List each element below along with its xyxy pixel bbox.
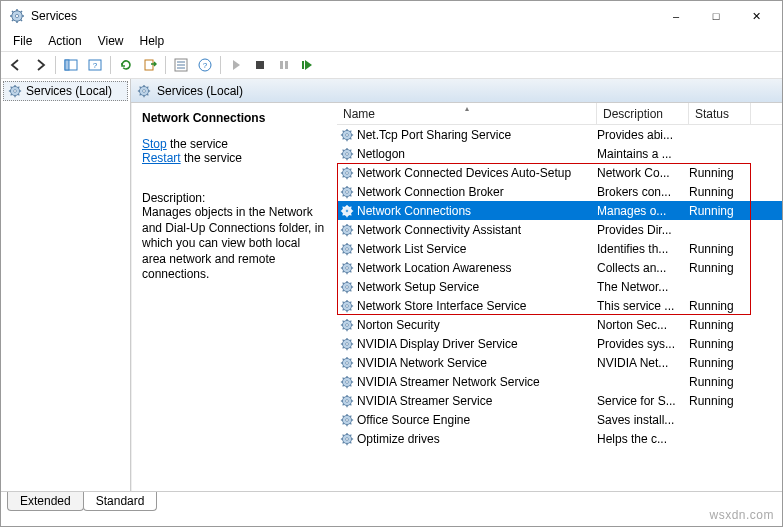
menu-help[interactable]: Help [132,32,173,50]
properties-button[interactable] [170,54,192,76]
table-row[interactable]: NVIDIA Streamer ServiceService for S...R… [337,391,782,410]
selected-service-name: Network Connections [142,111,327,125]
service-icon [340,242,354,256]
service-description: Saves install... [597,413,689,427]
service-status: Running [689,299,751,313]
forward-button[interactable] [29,54,51,76]
stop-service-link[interactable]: Stop [142,137,167,151]
maximize-button[interactable]: □ [696,2,736,30]
service-status: Running [689,166,751,180]
service-name: Network Store Interface Service [357,299,526,313]
service-icon [340,356,354,370]
svg-rect-24 [145,60,153,70]
service-description: Network Co... [597,166,689,180]
services-icon [9,8,25,24]
stop-suffix: the service [167,137,228,151]
table-row[interactable]: Network List ServiceIdentifies th...Runn… [337,239,782,258]
minimize-button[interactable]: – [656,2,696,30]
restart-service-link[interactable]: Restart [142,151,181,165]
table-row[interactable]: Network Connected Devices Auto-SetupNetw… [337,163,782,182]
toolbar-separator [110,56,111,74]
tree-item-label: Services (Local) [26,84,112,98]
close-button[interactable]: ✕ [736,2,776,30]
table-row[interactable]: NVIDIA Network ServiceNVIDIA Net...Runni… [337,353,782,372]
toolbar-separator [220,56,221,74]
service-icon [340,299,354,313]
table-row[interactable]: Norton SecurityNorton Sec...Running [337,315,782,334]
service-status: Running [689,394,751,408]
table-row[interactable]: Network Connection BrokerBrokers con...R… [337,182,782,201]
table-row[interactable]: Optimize drivesHelps the c... [337,429,782,448]
window-title: Services [31,9,656,23]
list-body[interactable]: Net.Tcp Port Sharing ServiceProvides abi… [337,125,782,491]
service-description: Helps the c... [597,432,689,446]
help-button[interactable]: ? [84,54,106,76]
service-icon [340,432,354,446]
service-name: Optimize drives [357,432,440,446]
service-description: Norton Sec... [597,318,689,332]
service-status: Running [689,204,751,218]
menu-file[interactable]: File [5,32,40,50]
back-button[interactable] [5,54,27,76]
tab-standard[interactable]: Standard [83,492,158,511]
service-description: Provides Dir... [597,223,689,237]
menubar: File Action View Help [1,31,782,51]
service-description: Collects an... [597,261,689,275]
service-icon [340,147,354,161]
service-description: The Networ... [597,280,689,294]
table-row[interactable]: Net.Tcp Port Sharing ServiceProvides abi… [337,125,782,144]
tree-item-services-local[interactable]: Services (Local) [3,81,128,101]
service-description: NVIDIA Net... [597,356,689,370]
column-header-status[interactable]: Status [689,103,751,124]
column-header-name[interactable]: Name ▴ [337,103,597,124]
pause-service-button [273,54,295,76]
table-row[interactable]: Network Location AwarenessCollects an...… [337,258,782,277]
stop-service-button[interactable] [249,54,271,76]
restart-suffix: the service [181,151,242,165]
pane-header-title: Services (Local) [157,84,243,98]
view-tabs: Extended Standard [1,492,782,514]
table-row[interactable]: Network Connectivity AssistantProvides D… [337,220,782,239]
service-name: Network Connected Devices Auto-Setup [357,166,571,180]
refresh-button[interactable] [115,54,137,76]
table-row[interactable]: NVIDIA Streamer Network ServiceRunning [337,372,782,391]
menu-action[interactable]: Action [40,32,89,50]
service-description: Brokers con... [597,185,689,199]
restart-service-button[interactable] [297,54,319,76]
description-label: Description: [142,191,327,205]
service-icon [340,394,354,408]
service-name: Network Connectivity Assistant [357,223,521,237]
service-name: NVIDIA Streamer Service [357,394,492,408]
table-row[interactable]: Network Setup ServiceThe Networ... [337,277,782,296]
column-header-description[interactable]: Description [597,103,689,124]
service-description: Maintains a ... [597,147,689,161]
table-row[interactable]: Network ConnectionsManages o...Running [337,201,782,220]
svg-rect-34 [302,61,304,69]
description-text: Manages objects in the Network and Dial-… [142,205,327,283]
service-status: Running [689,337,751,351]
main-content: Services (Local) Services (Local) Networ… [1,79,782,492]
help-topics-button[interactable]: ? [194,54,216,76]
service-icon [340,166,354,180]
menu-view[interactable]: View [90,32,132,50]
service-status: Running [689,261,751,275]
service-icon [340,128,354,142]
tab-extended[interactable]: Extended [7,492,84,511]
table-row[interactable]: NVIDIA Display Driver ServiceProvides sy… [337,334,782,353]
table-row[interactable]: Office Source EngineSaves install... [337,410,782,429]
export-list-button[interactable] [139,54,161,76]
start-service-button [225,54,247,76]
toolbar: ? ? [1,51,782,79]
svg-rect-21 [65,60,69,70]
table-row[interactable]: NetlogonMaintains a ... [337,144,782,163]
svg-text:?: ? [93,61,98,70]
sort-ascending-icon: ▴ [465,104,469,113]
table-row[interactable]: Network Store Interface ServiceThis serv… [337,296,782,315]
column-header-name-label: Name [343,107,375,121]
show-hide-console-tree-button[interactable] [60,54,82,76]
toolbar-separator [55,56,56,74]
service-description: Service for S... [597,394,689,408]
service-description: Manages o... [597,204,689,218]
service-icon [340,204,354,218]
service-name: Net.Tcp Port Sharing Service [357,128,511,142]
